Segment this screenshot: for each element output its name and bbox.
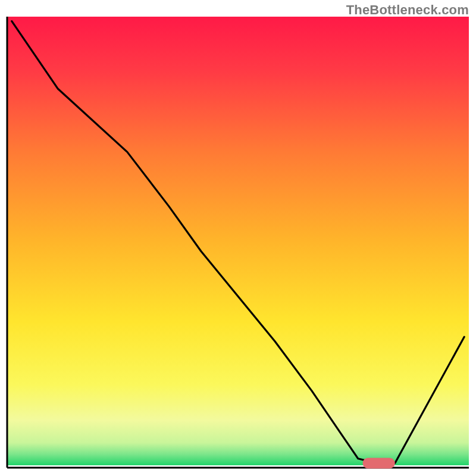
plot-background xyxy=(7,17,469,465)
bottleneck-plot xyxy=(0,0,476,476)
optimal-range-marker xyxy=(363,458,395,468)
chart-container: TheBottleneck.com xyxy=(0,0,476,476)
watermark-text: TheBottleneck.com xyxy=(346,2,469,18)
